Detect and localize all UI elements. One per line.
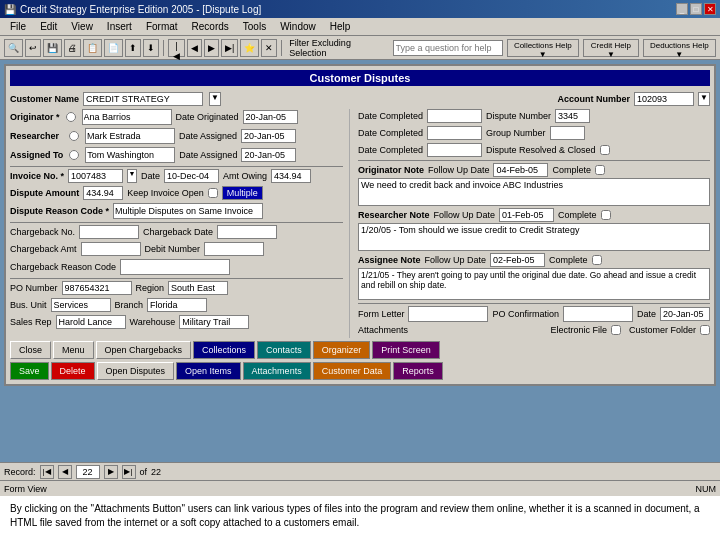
customer-name-input[interactable] bbox=[83, 92, 203, 106]
menu-btn[interactable]: Menu bbox=[53, 341, 94, 359]
keep-invoice-open-checkbox[interactable] bbox=[208, 188, 218, 198]
menu-view[interactable]: View bbox=[65, 20, 99, 33]
organizer-btn[interactable]: Organizer bbox=[313, 341, 371, 359]
menu-window[interactable]: Window bbox=[274, 20, 322, 33]
menu-insert[interactable]: Insert bbox=[101, 20, 138, 33]
toolbar-save[interactable]: 💾 bbox=[43, 39, 62, 57]
customer-name-dropdown[interactable]: ▼ bbox=[209, 92, 221, 106]
originator-note-box[interactable]: We need to credit back and invoice ABC I… bbox=[358, 178, 710, 206]
record-number-input[interactable] bbox=[76, 465, 100, 479]
customer-data-btn[interactable]: Customer Data bbox=[313, 362, 392, 380]
researcher-radio[interactable] bbox=[69, 131, 79, 141]
delete-btn[interactable]: Delete bbox=[51, 362, 95, 380]
date-completed3-input[interactable] bbox=[427, 143, 482, 157]
toolbar-print[interactable]: 🖨 bbox=[64, 39, 81, 57]
reports-btn[interactable]: Reports bbox=[393, 362, 443, 380]
complete1-checkbox[interactable] bbox=[595, 165, 605, 175]
debit-number-input[interactable] bbox=[204, 242, 264, 256]
toolbar-delete[interactable]: ✕ bbox=[261, 39, 277, 57]
open-items-btn[interactable]: Open Items bbox=[176, 362, 241, 380]
minimize-btn[interactable]: _ bbox=[676, 3, 688, 15]
save-btn[interactable]: Save bbox=[10, 362, 49, 380]
warehouse-input[interactable] bbox=[179, 315, 249, 329]
toolbar-nav-prev[interactable]: ◀ bbox=[187, 39, 202, 57]
toolbar-nav-first[interactable]: |◀ bbox=[168, 39, 185, 57]
assignee-note-box[interactable]: 1/21/05 - They aren't going to pay until… bbox=[358, 268, 710, 300]
follow-up-date2-input[interactable] bbox=[499, 208, 554, 222]
date-assigned-input[interactable] bbox=[241, 129, 296, 143]
invoice-date-input[interactable] bbox=[164, 169, 219, 183]
nav-first-btn[interactable]: |◀ bbox=[40, 465, 54, 479]
chargeback-reason-select[interactable] bbox=[120, 259, 230, 275]
toolbar-sort[interactable]: ⬆ bbox=[125, 39, 141, 57]
dispute-amount-input[interactable] bbox=[83, 186, 123, 200]
toolbar-search[interactable]: 🔍 bbox=[4, 39, 23, 57]
contacts-btn[interactable]: Contacts bbox=[257, 341, 311, 359]
researcher-note-box[interactable]: 1/20/05 - Tom should we issue credit to … bbox=[358, 223, 710, 251]
originator-radio[interactable] bbox=[66, 112, 76, 122]
menu-file[interactable]: File bbox=[4, 20, 32, 33]
toolbar-copy[interactable]: 📋 bbox=[83, 39, 102, 57]
menu-edit[interactable]: Edit bbox=[34, 20, 63, 33]
nav-next-btn[interactable]: ▶ bbox=[104, 465, 118, 479]
researcher-select[interactable]: Mark Estrada bbox=[85, 128, 175, 144]
deductions-help-btn[interactable]: Deductions Help ▼ bbox=[643, 39, 716, 57]
chargeback-date-input[interactable] bbox=[217, 225, 277, 239]
menu-format[interactable]: Format bbox=[140, 20, 184, 33]
account-number-input[interactable] bbox=[634, 92, 694, 106]
toolbar-filter[interactable]: ⬇ bbox=[143, 39, 159, 57]
follow-up-date1-input[interactable] bbox=[493, 163, 548, 177]
date-fl-input[interactable] bbox=[660, 307, 710, 321]
follow-up-date3-input[interactable] bbox=[490, 253, 545, 267]
group-number-input[interactable] bbox=[550, 126, 585, 140]
open-disputes-btn[interactable]: Open Disputes bbox=[97, 362, 175, 380]
toolbar-new[interactable]: ⭐ bbox=[240, 39, 259, 57]
chargeback-amt-input[interactable] bbox=[81, 242, 141, 256]
dispute-reason-select[interactable]: Multiple Disputes on Same Invoice bbox=[113, 203, 263, 219]
amt-owing-input[interactable] bbox=[271, 169, 311, 183]
bus-unit-input[interactable] bbox=[51, 298, 111, 312]
branch-input[interactable] bbox=[147, 298, 207, 312]
multiple-btn[interactable]: Multiple bbox=[222, 186, 263, 200]
sales-rep-input[interactable] bbox=[56, 315, 126, 329]
toolbar-back[interactable]: ↩ bbox=[25, 39, 41, 57]
credit-help-btn[interactable]: Credit Help ▼ bbox=[583, 39, 639, 57]
attachments-btn[interactable]: Attachments bbox=[243, 362, 311, 380]
menu-records[interactable]: Records bbox=[186, 20, 235, 33]
toolbar-nav-next[interactable]: ▶ bbox=[204, 39, 219, 57]
help-search-input[interactable] bbox=[393, 40, 503, 56]
nav-prev-btn[interactable]: ◀ bbox=[58, 465, 72, 479]
dispute-number-input[interactable] bbox=[555, 109, 590, 123]
date-assigned2-input[interactable] bbox=[241, 148, 296, 162]
menu-tools[interactable]: Tools bbox=[237, 20, 272, 33]
open-chargebacks-btn[interactable]: Open Chargebacks bbox=[96, 341, 192, 359]
collections-help-btn[interactable]: Collections Help ▼ bbox=[507, 39, 580, 57]
complete3-checkbox[interactable] bbox=[592, 255, 602, 265]
chargeback-no-input[interactable] bbox=[79, 225, 139, 239]
account-number-dropdown[interactable]: ▼ bbox=[698, 92, 710, 106]
po-number-input[interactable] bbox=[62, 281, 132, 295]
invoice-dropdown[interactable]: ▼ bbox=[127, 169, 137, 183]
region-input[interactable] bbox=[168, 281, 228, 295]
close-btn[interactable]: ✕ bbox=[704, 3, 716, 15]
invoice-no-input[interactable] bbox=[68, 169, 123, 183]
close-btn-form[interactable]: Close bbox=[10, 341, 51, 359]
complete2-checkbox[interactable] bbox=[601, 210, 611, 220]
assigned-to-radio[interactable] bbox=[69, 150, 79, 160]
electronic-file-checkbox[interactable] bbox=[611, 325, 621, 335]
menu-help[interactable]: Help bbox=[324, 20, 357, 33]
dispute-resolved-checkbox[interactable] bbox=[600, 145, 610, 155]
form-letter-select[interactable] bbox=[408, 306, 488, 322]
date-completed1-input[interactable] bbox=[427, 109, 482, 123]
maximize-btn[interactable]: □ bbox=[690, 3, 702, 15]
customer-folder-checkbox[interactable] bbox=[700, 325, 710, 335]
date-completed2-input[interactable] bbox=[427, 126, 482, 140]
date-originated-input[interactable] bbox=[243, 110, 298, 124]
nav-last-btn[interactable]: ▶| bbox=[122, 465, 136, 479]
assigned-to-select[interactable]: Tom Washington bbox=[85, 147, 175, 163]
toolbar-nav-last[interactable]: ▶| bbox=[221, 39, 238, 57]
print-screen-btn[interactable]: Print Screen bbox=[372, 341, 440, 359]
originator-select[interactable]: Ana Barrios bbox=[82, 109, 172, 125]
toolbar-paste[interactable]: 📄 bbox=[104, 39, 123, 57]
window-controls[interactable]: _ □ ✕ bbox=[676, 3, 716, 15]
